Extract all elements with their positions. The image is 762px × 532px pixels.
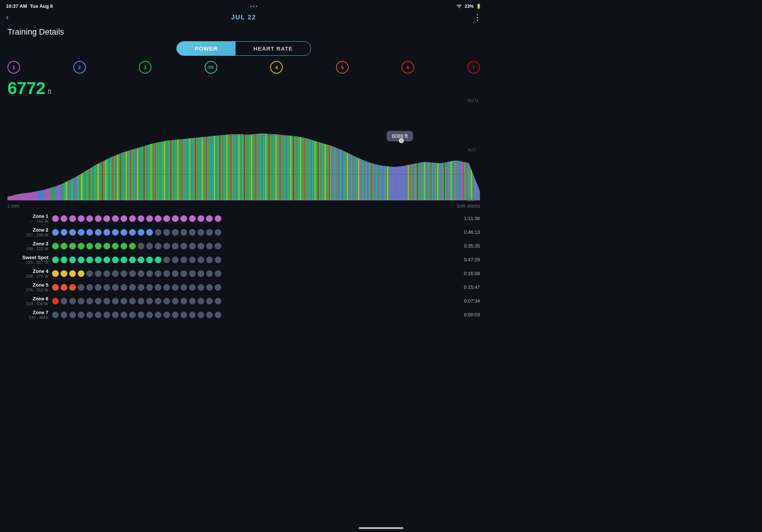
svg-rect-214 — [303, 98, 304, 202]
svg-rect-7 — [62, 98, 64, 202]
back-button[interactable]: ‹ — [6, 13, 9, 22]
svg-rect-67 — [139, 98, 140, 202]
zone-badge-2[interactable]: 2 — [73, 61, 86, 74]
zone-dot — [180, 257, 187, 263]
svg-rect-203 — [291, 98, 292, 202]
zone-badge-1[interactable]: 1 — [7, 61, 20, 74]
svg-rect-255 — [349, 98, 350, 202]
svg-rect-28 — [95, 98, 96, 202]
zone-dot — [189, 298, 196, 304]
svg-rect-55 — [126, 98, 127, 202]
zone-list-item: Zone 5276 - 318 W0:15:47 — [7, 282, 480, 292]
zone-dot — [146, 284, 153, 291]
power-tab[interactable]: POWER — [177, 42, 236, 55]
svg-rect-309 — [409, 98, 410, 202]
zone-dot — [61, 284, 67, 291]
svg-rect-9 — [66, 98, 67, 202]
svg-rect-136 — [216, 98, 217, 202]
svg-rect-262 — [357, 98, 358, 202]
zone-badge-6[interactable]: 6 — [401, 61, 414, 74]
svg-rect-135 — [215, 98, 216, 202]
zone-dot — [112, 270, 119, 277]
svg-rect-125 — [204, 98, 205, 202]
zone-dot — [69, 257, 76, 263]
svg-rect-97 — [173, 98, 174, 202]
svg-rect-96 — [172, 98, 173, 202]
svg-rect-155 — [237, 98, 238, 202]
chart-area[interactable]: 10171 7677 5217 8089 ft — [7, 98, 480, 202]
zone-dot — [121, 243, 127, 249]
svg-rect-222 — [312, 98, 313, 202]
svg-rect-159 — [242, 98, 243, 202]
menu-button[interactable]: ⋮ — [473, 13, 481, 22]
svg-rect-322 — [424, 98, 425, 202]
zone-badge-3[interactable]: 3 — [139, 61, 151, 74]
svg-rect-61 — [132, 98, 134, 202]
svg-rect-59 — [130, 98, 131, 202]
zone-dot — [69, 215, 76, 222]
svg-rect-295 — [394, 98, 395, 202]
zone-dots — [52, 243, 456, 249]
svg-rect-117 — [195, 98, 196, 202]
zone-badge-4[interactable]: 4 — [270, 61, 283, 74]
zone-badge-5[interactable]: 5 — [336, 61, 349, 74]
svg-rect-85 — [159, 98, 160, 202]
svg-rect-15 — [76, 98, 77, 202]
svg-rect-368 — [475, 98, 476, 202]
svg-rect-312 — [413, 98, 414, 202]
svg-rect-190 — [276, 98, 278, 202]
svg-rect-201 — [289, 98, 290, 202]
svg-rect-30 — [97, 98, 99, 202]
zone-dot — [198, 284, 204, 291]
zone-list: Zone 1-- - 156 W1:11:36Zone 2157 - 198 W… — [0, 209, 487, 320]
svg-rect-150 — [232, 98, 233, 202]
zone-dot — [189, 270, 196, 277]
svg-rect-138 — [218, 98, 220, 202]
svg-rect-153 — [235, 98, 236, 202]
svg-rect-363 — [470, 98, 471, 202]
zone-list-item: Zone 4258 - 275 W0:16:08 — [7, 268, 480, 278]
zone-dot — [206, 257, 213, 263]
zone-dot — [163, 215, 170, 222]
zone-list-item: Zone 3199 - 222 W0:35:35 — [7, 241, 480, 251]
zone-badge-ss[interactable]: SS — [205, 61, 217, 74]
zone-dot — [215, 257, 221, 263]
svg-rect-180 — [265, 98, 266, 202]
svg-rect-144 — [225, 98, 226, 202]
svg-rect-346 — [451, 98, 452, 202]
zone-dot — [86, 215, 93, 222]
zone-name: Zone 6 — [7, 296, 48, 302]
zone-dot — [78, 312, 84, 318]
svg-rect-242 — [334, 98, 336, 202]
svg-rect-94 — [169, 98, 170, 202]
svg-rect-358 — [464, 98, 465, 202]
svg-rect-209 — [298, 98, 299, 202]
svg-rect-315 — [416, 98, 417, 202]
zone-dot — [189, 312, 196, 318]
svg-rect-303 — [403, 98, 404, 202]
svg-rect-4 — [54, 98, 57, 202]
heart-rate-tab[interactable]: HEART RATE — [236, 42, 311, 55]
svg-rect-64 — [136, 98, 137, 202]
svg-rect-182 — [268, 98, 269, 202]
svg-rect-247 — [340, 98, 341, 202]
zone-dot — [69, 284, 76, 291]
svg-rect-122 — [201, 98, 202, 202]
zone-dot — [52, 270, 59, 277]
svg-rect-168 — [252, 98, 253, 202]
zone-dot — [52, 229, 59, 236]
zone-dot — [95, 229, 102, 236]
svg-rect-178 — [263, 98, 264, 202]
zone-dot — [121, 284, 127, 291]
svg-rect-268 — [364, 98, 365, 202]
svg-rect-33 — [101, 98, 102, 202]
svg-rect-62 — [134, 98, 135, 202]
zone-dot — [138, 298, 144, 304]
zone-badge-7[interactable]: 7 — [467, 61, 480, 74]
svg-rect-113 — [190, 98, 192, 202]
svg-rect-239 — [331, 98, 332, 202]
zone-dot — [163, 298, 170, 304]
svg-rect-179 — [264, 98, 265, 202]
svg-rect-233 — [324, 98, 326, 202]
zone-dot — [103, 298, 110, 304]
